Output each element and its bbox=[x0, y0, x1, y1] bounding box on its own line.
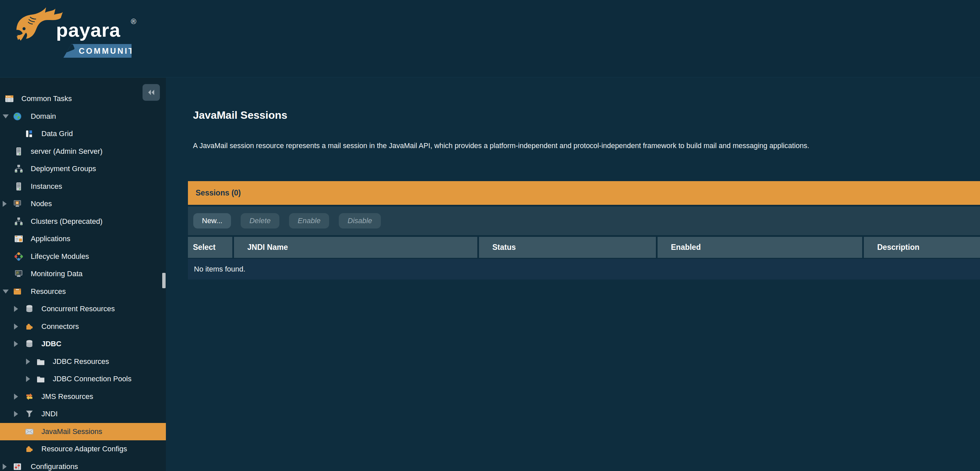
sidebar-item-server-admin-server[interactable]: server (Admin Server) bbox=[0, 143, 166, 160]
sidebar-item-label: Configurations bbox=[31, 462, 78, 471]
lifecycle-icon bbox=[14, 252, 23, 261]
funnel-icon bbox=[25, 409, 34, 419]
sidebar-item-deployment-groups[interactable]: Deployment Groups bbox=[0, 160, 166, 178]
chevron-right-icon[interactable] bbox=[14, 324, 18, 330]
sidebar-item-nodes[interactable]: Nodes bbox=[0, 195, 166, 213]
page-description: A JavaMail session resource represents a… bbox=[193, 142, 809, 150]
common-tasks-icon bbox=[5, 94, 14, 103]
chevron-right-icon[interactable] bbox=[26, 376, 30, 382]
page-title: JavaMail Sessions bbox=[193, 109, 287, 121]
server-icon bbox=[14, 182, 23, 191]
enable-button[interactable]: Enable bbox=[289, 213, 329, 228]
sidebar-item-label: Instances bbox=[31, 182, 62, 191]
panel-header: Sessions (0) bbox=[188, 181, 980, 205]
sessions-panel: Sessions (0) New...DeleteEnableDisable S… bbox=[188, 181, 980, 279]
sidebar-item-label: Monitoring Data bbox=[31, 270, 83, 278]
sidebar-item-label: Nodes bbox=[31, 200, 52, 208]
sidebar-scrollbar-thumb[interactable] bbox=[162, 273, 165, 288]
puzzle-icon bbox=[25, 444, 34, 454]
sidebar-tree: Common TasksDomainData Gridserver (Admin… bbox=[0, 90, 166, 471]
sidebar-item-jndi[interactable]: JNDI bbox=[0, 405, 166, 423]
box-icon bbox=[13, 287, 22, 296]
sidebar-item-label: JMS Resources bbox=[41, 392, 93, 401]
app-header: payara ® COMMUNITY bbox=[0, 0, 980, 78]
sidebar-item-clusters-deprecated[interactable]: Clusters (Deprecated) bbox=[0, 213, 166, 230]
chevron-right-icon[interactable] bbox=[26, 358, 30, 365]
sidebar-item-label: Common Tasks bbox=[21, 94, 72, 103]
column-header-description: Description bbox=[864, 237, 980, 258]
chevron-right-icon[interactable] bbox=[14, 411, 18, 417]
sidebar-item-applications[interactable]: Applications bbox=[0, 230, 166, 248]
sidebar-item-instances[interactable]: Instances bbox=[0, 178, 166, 195]
sidebar-item-resource-adapter-configs[interactable]: Resource Adapter Configs bbox=[0, 440, 166, 458]
monitor-node-icon bbox=[13, 199, 22, 208]
sidebar-item-resources[interactable]: Resources bbox=[0, 283, 166, 301]
sidebar-item-label: Resources bbox=[31, 287, 66, 296]
database-icon bbox=[25, 304, 34, 314]
database-icon bbox=[25, 339, 34, 349]
community-badge-label: COMMUNITY bbox=[79, 46, 142, 56]
payara-logo: payara ® COMMUNITY bbox=[13, 2, 127, 65]
table-header-row: SelectJNDI NameStatusEnabledDescription bbox=[188, 237, 980, 258]
registered-mark: ® bbox=[131, 17, 136, 26]
envelope-icon bbox=[25, 427, 34, 436]
sidebar-item-label: JDBC Resources bbox=[53, 357, 109, 366]
logo-wordmark: payara bbox=[56, 19, 121, 41]
chevron-right-icon[interactable] bbox=[14, 341, 18, 347]
sidebar-item-data-grid[interactable]: Data Grid bbox=[0, 125, 166, 143]
app-window-icon bbox=[14, 234, 23, 244]
sidebar-item-label: Connectors bbox=[41, 322, 79, 331]
sidebar: Common TasksDomainData Gridserver (Admin… bbox=[0, 78, 166, 471]
sidebar-item-connectors[interactable]: Connectors bbox=[0, 318, 166, 336]
chevron-down-icon[interactable] bbox=[3, 290, 9, 293]
sidebar-item-label: JDBC Connection Pools bbox=[53, 374, 132, 383]
chevron-right-icon[interactable] bbox=[14, 306, 18, 312]
chevron-right-icon[interactable] bbox=[14, 393, 18, 400]
column-header-enabled: Enabled bbox=[657, 237, 862, 258]
data-grid-icon bbox=[25, 129, 34, 138]
sidebar-item-label: JDBC bbox=[41, 339, 61, 348]
sidebar-item-label: Resource Adapter Configs bbox=[41, 445, 127, 453]
column-header-select: Select bbox=[188, 237, 232, 258]
puzzle-icon bbox=[25, 322, 34, 331]
new-button[interactable]: New... bbox=[193, 213, 231, 228]
tree-icon bbox=[14, 217, 23, 226]
table-empty-row: No items found. bbox=[188, 259, 980, 279]
sidebar-item-configurations[interactable]: Configurations bbox=[0, 458, 166, 471]
sidebar-item-concurrent-resources[interactable]: Concurrent Resources bbox=[0, 300, 166, 318]
sidebar-item-jdbc-connection-pools[interactable]: JDBC Connection Pools bbox=[0, 370, 166, 388]
monitor-data-icon bbox=[14, 269, 23, 279]
sidebar-item-label: Domain bbox=[31, 112, 56, 121]
column-header-status: Status bbox=[479, 237, 656, 258]
chevron-right-icon[interactable] bbox=[3, 201, 7, 207]
globe-icon bbox=[13, 112, 22, 121]
server-icon bbox=[14, 147, 23, 156]
jms-arrows-icon bbox=[25, 392, 34, 401]
sidebar-item-monitoring-data[interactable]: Monitoring Data bbox=[0, 265, 166, 283]
main-content: JavaMail Sessions A JavaMail session res… bbox=[166, 78, 980, 471]
chevron-right-icon[interactable] bbox=[3, 464, 7, 469]
sidebar-item-domain[interactable]: Domain bbox=[0, 108, 166, 125]
sidebar-item-jdbc[interactable]: JDBC bbox=[0, 335, 166, 353]
sidebar-item-label: JavaMail Sessions bbox=[41, 427, 102, 436]
delete-button[interactable]: Delete bbox=[241, 213, 279, 228]
sidebar-item-label: Applications bbox=[31, 235, 70, 243]
sidebar-item-label: JNDI bbox=[41, 410, 58, 418]
sidebar-item-label: server (Admin Server) bbox=[31, 147, 102, 156]
badge-notch-icon bbox=[64, 44, 75, 52]
sidebar-item-label: Deployment Groups bbox=[31, 165, 96, 173]
folder-icon bbox=[36, 357, 45, 366]
sidebar-item-jdbc-resources[interactable]: JDBC Resources bbox=[0, 353, 166, 371]
sidebar-item-label: Lifecycle Modules bbox=[31, 252, 89, 261]
sidebar-item-label: Concurrent Resources bbox=[41, 304, 115, 313]
folder-icon bbox=[36, 374, 45, 384]
disable-button[interactable]: Disable bbox=[339, 213, 380, 228]
chevron-down-icon[interactable] bbox=[3, 114, 9, 119]
sidebar-item-common-tasks[interactable]: Common Tasks bbox=[0, 90, 166, 108]
column-header-jndi-name: JNDI Name bbox=[234, 237, 477, 258]
sidebar-item-label: Clusters (Deprecated) bbox=[31, 217, 102, 226]
sidebar-item-label: Data Grid bbox=[41, 129, 73, 138]
sidebar-item-jms-resources[interactable]: JMS Resources bbox=[0, 388, 166, 406]
sidebar-item-lifecycle-modules[interactable]: Lifecycle Modules bbox=[0, 248, 166, 265]
sidebar-item-javamail-sessions[interactable]: JavaMail Sessions bbox=[0, 423, 166, 441]
